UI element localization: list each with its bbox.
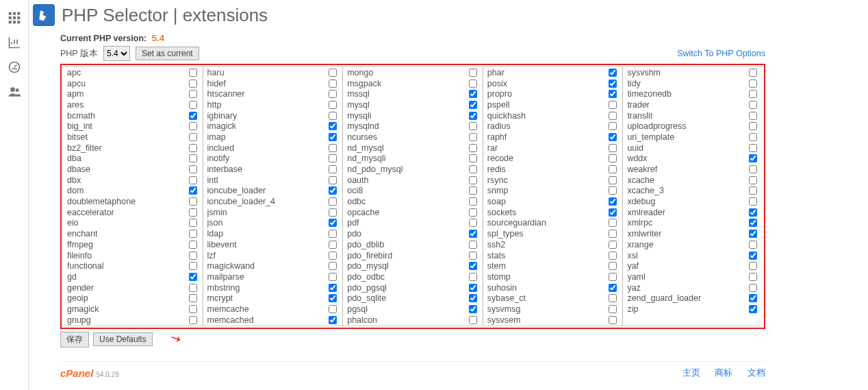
- ext-checkbox[interactable]: [749, 112, 757, 120]
- ext-checkbox[interactable]: [189, 165, 197, 173]
- ext-checkbox[interactable]: [329, 219, 337, 227]
- ext-checkbox[interactable]: [189, 69, 197, 77]
- ext-checkbox[interactable]: [469, 176, 477, 184]
- ext-checkbox[interactable]: [469, 230, 477, 238]
- ext-checkbox[interactable]: [329, 305, 337, 313]
- ext-checkbox[interactable]: [609, 219, 617, 227]
- ext-checkbox[interactable]: [609, 230, 617, 238]
- ext-checkbox[interactable]: [749, 208, 757, 217]
- ext-checkbox[interactable]: [329, 165, 337, 173]
- ext-checkbox[interactable]: [609, 112, 617, 120]
- ext-checkbox[interactable]: [469, 316, 477, 324]
- ext-checkbox[interactable]: [749, 294, 757, 302]
- ext-checkbox[interactable]: [189, 316, 197, 324]
- ext-checkbox[interactable]: [609, 262, 617, 270]
- ext-checkbox[interactable]: [749, 165, 757, 173]
- ext-checkbox[interactable]: [609, 165, 617, 173]
- switch-to-options-link[interactable]: Switch To PHP Options: [677, 49, 765, 58]
- ext-checkbox[interactable]: [189, 122, 197, 130]
- ext-checkbox[interactable]: [469, 122, 477, 130]
- ext-checkbox[interactable]: [749, 273, 757, 281]
- ext-checkbox[interactable]: [189, 294, 197, 302]
- php-version-select[interactable]: 5.4: [103, 46, 130, 61]
- ext-checkbox[interactable]: [749, 176, 757, 184]
- footer-link-docs[interactable]: 文档: [748, 368, 765, 378]
- ext-checkbox[interactable]: [329, 208, 337, 217]
- ext-checkbox[interactable]: [469, 284, 477, 292]
- ext-checkbox[interactable]: [749, 230, 757, 238]
- ext-checkbox[interactable]: [329, 101, 337, 109]
- ext-checkbox[interactable]: [329, 262, 337, 270]
- ext-checkbox[interactable]: [329, 252, 337, 260]
- ext-checkbox[interactable]: [189, 112, 197, 120]
- ext-checkbox[interactable]: [609, 208, 617, 217]
- ext-checkbox[interactable]: [469, 252, 477, 260]
- ext-checkbox[interactable]: [189, 284, 197, 292]
- ext-checkbox[interactable]: [329, 197, 337, 206]
- ext-checkbox[interactable]: [329, 294, 337, 302]
- footer-link-trademark[interactable]: 商标: [715, 368, 732, 378]
- ext-checkbox[interactable]: [469, 273, 477, 281]
- ext-checkbox[interactable]: [189, 219, 197, 227]
- ext-checkbox[interactable]: [609, 197, 617, 206]
- ext-checkbox[interactable]: [469, 208, 477, 217]
- apps-icon[interactable]: [0, 5, 28, 30]
- ext-checkbox[interactable]: [189, 90, 197, 98]
- ext-checkbox[interactable]: [329, 122, 337, 130]
- dashboard-icon[interactable]: [0, 55, 28, 80]
- ext-checkbox[interactable]: [749, 122, 757, 130]
- ext-checkbox[interactable]: [189, 80, 197, 88]
- ext-checkbox[interactable]: [469, 186, 477, 195]
- ext-checkbox[interactable]: [609, 176, 617, 184]
- ext-checkbox[interactable]: [609, 101, 617, 109]
- ext-checkbox[interactable]: [609, 154, 617, 162]
- ext-checkbox[interactable]: [609, 273, 617, 281]
- ext-checkbox[interactable]: [189, 273, 197, 281]
- ext-checkbox[interactable]: [189, 133, 197, 141]
- ext-checkbox[interactable]: [609, 90, 617, 98]
- ext-checkbox[interactable]: [329, 133, 337, 141]
- ext-checkbox[interactable]: [609, 241, 617, 249]
- ext-checkbox[interactable]: [469, 101, 477, 109]
- ext-checkbox[interactable]: [329, 316, 337, 324]
- ext-checkbox[interactable]: [469, 133, 477, 141]
- ext-checkbox[interactable]: [749, 101, 757, 109]
- ext-checkbox[interactable]: [189, 186, 197, 195]
- ext-checkbox[interactable]: [469, 262, 477, 270]
- ext-checkbox[interactable]: [469, 294, 477, 302]
- footer-link-home[interactable]: 主页: [682, 368, 700, 378]
- ext-checkbox[interactable]: [329, 284, 337, 292]
- ext-checkbox[interactable]: [749, 241, 757, 249]
- ext-checkbox[interactable]: [749, 186, 757, 195]
- ext-checkbox[interactable]: [329, 273, 337, 281]
- ext-checkbox[interactable]: [749, 90, 757, 98]
- ext-checkbox[interactable]: [609, 186, 617, 195]
- set-current-button[interactable]: Set as current: [136, 47, 199, 60]
- ext-checkbox[interactable]: [189, 144, 197, 152]
- ext-checkbox[interactable]: [189, 154, 197, 162]
- ext-checkbox[interactable]: [609, 144, 617, 152]
- ext-checkbox[interactable]: [329, 230, 337, 238]
- ext-checkbox[interactable]: [749, 69, 757, 77]
- ext-checkbox[interactable]: [749, 154, 757, 162]
- ext-checkbox[interactable]: [609, 80, 617, 88]
- ext-checkbox[interactable]: [329, 144, 337, 152]
- ext-checkbox[interactable]: [469, 197, 477, 206]
- ext-checkbox[interactable]: [329, 80, 337, 88]
- ext-checkbox[interactable]: [609, 133, 617, 141]
- ext-checkbox[interactable]: [609, 305, 617, 313]
- ext-checkbox[interactable]: [329, 69, 337, 77]
- ext-checkbox[interactable]: [749, 197, 757, 206]
- stats-icon[interactable]: [0, 30, 28, 55]
- ext-checkbox[interactable]: [329, 154, 337, 162]
- ext-checkbox[interactable]: [469, 241, 477, 249]
- ext-checkbox[interactable]: [609, 252, 617, 260]
- ext-checkbox[interactable]: [469, 80, 477, 88]
- ext-checkbox[interactable]: [469, 90, 477, 98]
- ext-checkbox[interactable]: [469, 154, 477, 162]
- ext-checkbox[interactable]: [469, 305, 477, 313]
- ext-checkbox[interactable]: [329, 186, 337, 195]
- ext-checkbox[interactable]: [329, 90, 337, 98]
- ext-checkbox[interactable]: [469, 112, 477, 120]
- ext-checkbox[interactable]: [609, 122, 617, 130]
